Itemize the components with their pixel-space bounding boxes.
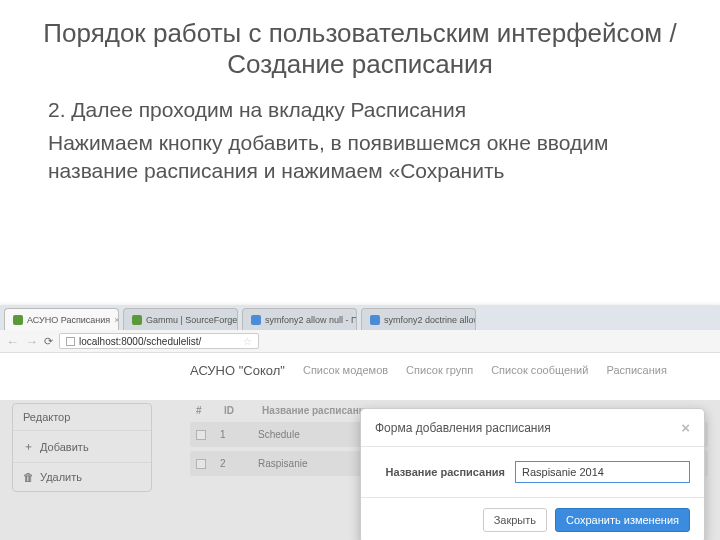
- embedded-screenshot: АСУНО Расписания × Gammu | SourceForge.n…: [0, 305, 720, 540]
- tab-label: symfony2 allow null - По…: [265, 315, 357, 325]
- nav-modems[interactable]: Список модемов: [303, 364, 388, 376]
- schedule-name-input[interactable]: [515, 461, 690, 483]
- close-icon[interactable]: ×: [114, 315, 119, 325]
- add-schedule-modal: Форма добавления расписания × Название р…: [360, 408, 705, 540]
- nav-schedules[interactable]: Расписания: [606, 364, 666, 376]
- page: АСУНО "Сокол" Список модемов Список груп…: [0, 353, 720, 540]
- page-icon: [66, 337, 75, 346]
- browser-tab[interactable]: symfony2 allow null - По… ×: [242, 308, 357, 330]
- save-button[interactable]: Сохранить изменения: [555, 508, 690, 532]
- top-nav: АСУНО "Сокол" Список модемов Список груп…: [0, 353, 720, 387]
- slide-title: Порядок работы с пользовательским интерф…: [0, 0, 720, 90]
- bookmark-icon[interactable]: ☆: [243, 336, 252, 347]
- favicon-icon: [132, 315, 142, 325]
- cancel-button[interactable]: Закрыть: [483, 508, 547, 532]
- schedule-name-label: Название расписания: [375, 466, 505, 478]
- favicon-icon: [13, 315, 23, 325]
- browser-tab[interactable]: Gammu | SourceForge.net ×: [123, 308, 238, 330]
- back-icon[interactable]: ←: [6, 334, 19, 349]
- close-icon[interactable]: ×: [681, 419, 690, 436]
- browser-tab[interactable]: symfony2 doctrine allow… ×: [361, 308, 476, 330]
- slide-paragraph: Нажимаем кнопку добавить, в появившемся …: [48, 129, 672, 186]
- url-toolbar: ← → ⟳ localhost:8000/schedulelist/ ☆: [0, 330, 720, 353]
- modal-title: Форма добавления расписания: [375, 421, 551, 435]
- nav-groups[interactable]: Список групп: [406, 364, 473, 376]
- modal-body: Название расписания: [361, 447, 704, 497]
- tab-label: Gammu | SourceForge.net: [146, 315, 238, 325]
- favicon-icon: [370, 315, 380, 325]
- slide: Порядок работы с пользовательским интерф…: [0, 0, 720, 540]
- favicon-icon: [251, 315, 261, 325]
- browser-tab[interactable]: АСУНО Расписания ×: [4, 308, 119, 330]
- forward-icon[interactable]: →: [25, 334, 38, 349]
- slide-body: 2. Далее проходим на вкладку Расписания …: [0, 90, 720, 185]
- reload-icon[interactable]: ⟳: [44, 335, 53, 348]
- slide-step: 2. Далее проходим на вкладку Расписания: [48, 96, 672, 124]
- url-text: localhost:8000/schedulelist/: [79, 336, 201, 347]
- brand-label: АСУНО "Сокол": [190, 363, 285, 378]
- nav-messages[interactable]: Список сообщений: [491, 364, 588, 376]
- modal-header: Форма добавления расписания ×: [361, 409, 704, 447]
- url-input[interactable]: localhost:8000/schedulelist/ ☆: [59, 333, 259, 349]
- modal-footer: Закрыть Сохранить изменения: [361, 497, 704, 540]
- tab-label: АСУНО Расписания: [27, 315, 110, 325]
- tab-label: symfony2 doctrine allow…: [384, 315, 476, 325]
- browser-tabstrip: АСУНО Расписания × Gammu | SourceForge.n…: [0, 306, 720, 330]
